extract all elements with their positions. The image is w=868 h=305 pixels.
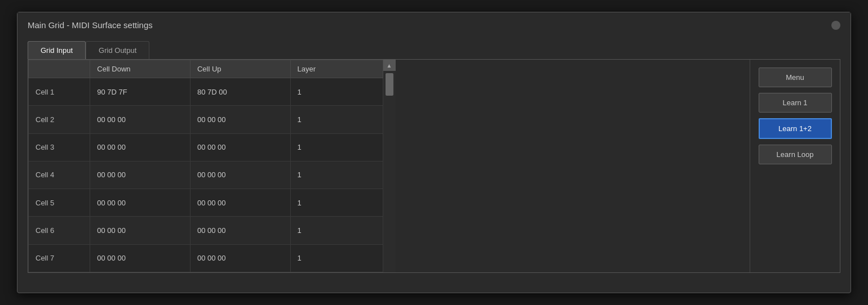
tabs: Grid Input Grid Output bbox=[28, 41, 840, 59]
col-header-cell-down: Cell Down bbox=[90, 60, 191, 78]
table-wrapper: Cell Down Cell Up Layer Cell 190 7D 7F80… bbox=[28, 60, 750, 272]
tab-grid-output[interactable]: Grid Output bbox=[86, 41, 149, 59]
table-section: Cell Down Cell Up Layer Cell 190 7D 7F80… bbox=[28, 60, 750, 272]
title-bar: Main Grid - MIDI Surface settings bbox=[17, 12, 851, 35]
table-row[interactable]: Cell 500 00 0000 00 001 bbox=[29, 189, 383, 217]
cell-down-value: 90 7D 7F bbox=[90, 78, 191, 106]
cell-name: Cell 7 bbox=[29, 244, 90, 272]
col-header-layer: Layer bbox=[290, 60, 383, 78]
cell-name: Cell 1 bbox=[29, 78, 90, 106]
scroll-up-arrow[interactable]: ▲ bbox=[383, 60, 396, 71]
cell-up-value: 00 00 00 bbox=[190, 106, 290, 133]
table-header-row: Cell Down Cell Up Layer bbox=[29, 60, 383, 78]
tab-grid-input[interactable]: Grid Input bbox=[28, 41, 86, 59]
cell-up-value: 00 00 00 bbox=[190, 244, 290, 272]
cell-down-value: 00 00 00 bbox=[90, 217, 191, 244]
cell-down-value: 00 00 00 bbox=[90, 133, 191, 161]
cell-name: Cell 2 bbox=[29, 106, 90, 133]
table-row[interactable]: Cell 300 00 0000 00 001 bbox=[29, 133, 383, 161]
scrollbar[interactable]: ▲ bbox=[383, 60, 396, 272]
menu-button[interactable]: Menu bbox=[759, 68, 832, 87]
table-row[interactable]: Cell 600 00 0000 00 001 bbox=[29, 217, 383, 244]
window-title: Main Grid - MIDI Surface settings bbox=[28, 20, 153, 30]
cell-name: Cell 4 bbox=[29, 161, 90, 189]
cell-name: Cell 6 bbox=[29, 217, 90, 244]
layer-value: 1 bbox=[290, 244, 383, 272]
layer-value: 1 bbox=[290, 133, 383, 161]
cell-up-value: 00 00 00 bbox=[190, 217, 290, 244]
cell-name: Cell 3 bbox=[29, 133, 90, 161]
cell-name: Cell 5 bbox=[29, 189, 90, 217]
learn1plus2-button[interactable]: Learn 1+2 bbox=[759, 118, 832, 139]
learn1-button[interactable]: Learn 1 bbox=[759, 93, 832, 113]
scroll-thumb[interactable] bbox=[386, 73, 393, 96]
learn-loop-button[interactable]: Learn Loop bbox=[759, 145, 832, 164]
table-row[interactable]: Cell 700 00 0000 00 001 bbox=[29, 244, 383, 272]
grid-table: Cell Down Cell Up Layer Cell 190 7D 7F80… bbox=[28, 60, 383, 272]
cell-down-value: 00 00 00 bbox=[90, 106, 191, 133]
content-area: Grid Input Grid Output Cell Down Cell Up bbox=[17, 35, 851, 283]
scroll-track bbox=[383, 71, 396, 272]
cell-down-value: 00 00 00 bbox=[90, 244, 191, 272]
cell-up-value: 00 00 00 bbox=[190, 189, 290, 217]
close-button[interactable] bbox=[831, 21, 840, 30]
cell-down-value: 00 00 00 bbox=[90, 189, 191, 217]
cell-up-value: 00 00 00 bbox=[190, 161, 290, 189]
table-row[interactable]: Cell 190 7D 7F80 7D 001 bbox=[29, 78, 383, 106]
main-body: Cell Down Cell Up Layer Cell 190 7D 7F80… bbox=[28, 59, 840, 273]
col-header-cell-up: Cell Up bbox=[190, 60, 290, 78]
empty-col bbox=[396, 60, 750, 272]
table-row[interactable]: Cell 400 00 0000 00 001 bbox=[29, 161, 383, 189]
layer-value: 1 bbox=[290, 161, 383, 189]
right-panel: Menu Learn 1 Learn 1+2 Learn Loop bbox=[750, 60, 840, 272]
main-window: Main Grid - MIDI Surface settings Grid I… bbox=[17, 12, 851, 293]
table-row[interactable]: Cell 200 00 0000 00 001 bbox=[29, 106, 383, 133]
layer-value: 1 bbox=[290, 189, 383, 217]
cell-down-value: 00 00 00 bbox=[90, 161, 191, 189]
layer-value: 1 bbox=[290, 78, 383, 106]
cell-up-value: 00 00 00 bbox=[190, 133, 290, 161]
col-header-name bbox=[29, 60, 90, 78]
layer-value: 1 bbox=[290, 106, 383, 133]
cell-up-value: 80 7D 00 bbox=[190, 78, 290, 106]
layer-value: 1 bbox=[290, 217, 383, 244]
